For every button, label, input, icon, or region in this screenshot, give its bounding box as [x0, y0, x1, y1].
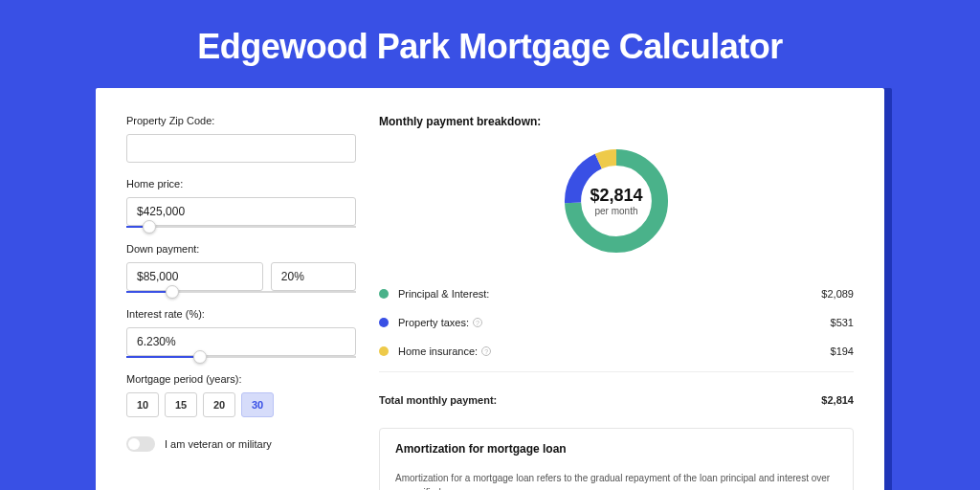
down-payment-pct-input[interactable]: [271, 262, 356, 291]
legend-row: Home insurance: ?$194: [379, 337, 854, 366]
breakdown-title: Monthly payment breakdown:: [379, 115, 854, 128]
legend-row: Principal & Interest:$2,089: [379, 279, 854, 308]
donut-sub: per month: [594, 206, 637, 216]
period-option-15[interactable]: 15: [165, 392, 197, 417]
legend-label: Property taxes: ?: [398, 317, 831, 328]
page-title: Edgewood Park Mortgage Calculator: [0, 0, 980, 88]
slider-handle[interactable]: [143, 220, 156, 234]
home-price-slider[interactable]: [126, 226, 356, 228]
amortization-block: Amortization for mortgage loan Amortizat…: [379, 428, 854, 490]
legend-dot: [379, 289, 389, 299]
donut-center: $2,814 per month: [559, 144, 674, 258]
period-option-10[interactable]: 10: [126, 392, 159, 417]
info-icon[interactable]: ?: [481, 346, 491, 356]
legend-label: Principal & Interest:: [398, 288, 821, 300]
interest-field: Interest rate (%):: [126, 308, 356, 358]
info-icon[interactable]: ?: [473, 318, 482, 327]
total-row: Total monthly payment: $2,814: [379, 386, 854, 414]
slider-fill: [126, 356, 200, 358]
legend-dot: [379, 318, 389, 327]
total-label: Total monthly payment:: [379, 394, 821, 406]
divider: [379, 371, 854, 372]
inputs-column: Property Zip Code: Home price: Down paym…: [126, 115, 356, 490]
down-payment-label: Down payment:: [126, 243, 356, 255]
interest-slider[interactable]: [126, 356, 356, 358]
down-payment-input[interactable]: [126, 262, 263, 291]
donut-chart-wrap: $2,814 per month: [379, 144, 854, 258]
veteran-label: I am veteran or military: [165, 438, 272, 450]
total-value: $2,814: [821, 394, 854, 406]
zip-label: Property Zip Code:: [126, 115, 356, 126]
home-price-field: Home price:: [126, 178, 356, 228]
amortization-title: Amortization for mortgage loan: [395, 442, 837, 456]
down-payment-field: Down payment:: [126, 243, 356, 293]
breakdown-column: Monthly payment breakdown: $2,814 per mo…: [379, 115, 854, 490]
zip-field: Property Zip Code:: [126, 115, 356, 163]
period-label: Mortgage period (years):: [126, 373, 356, 385]
down-payment-slider[interactable]: [126, 291, 356, 293]
legend-dot: [379, 346, 389, 356]
amortization-text: Amortization for a mortgage loan refers …: [395, 471, 837, 490]
period-option-20[interactable]: 20: [203, 392, 235, 417]
home-price-input[interactable]: [126, 197, 356, 226]
slider-handle[interactable]: [193, 350, 207, 364]
veteran-toggle[interactable]: [126, 436, 155, 452]
zip-input[interactable]: [126, 134, 356, 163]
legend-row: Property taxes: ?$531: [379, 308, 854, 337]
donut-chart: $2,814 per month: [559, 144, 674, 258]
legend-value: $531: [831, 317, 854, 328]
legend-label: Home insurance: ?: [398, 345, 831, 357]
legend-value: $2,089: [821, 288, 854, 300]
legend-value: $194: [831, 345, 854, 357]
interest-label: Interest rate (%):: [126, 308, 356, 320]
slider-handle[interactable]: [166, 285, 179, 299]
calculator-card: Property Zip Code: Home price: Down paym…: [96, 88, 884, 490]
veteran-row: I am veteran or military: [126, 436, 356, 452]
period-option-30[interactable]: 30: [241, 392, 274, 417]
interest-input[interactable]: [126, 327, 356, 356]
home-price-label: Home price:: [126, 178, 356, 189]
period-field: Mortgage period (years): 10152030: [126, 373, 356, 417]
donut-amount: $2,814: [590, 186, 642, 206]
